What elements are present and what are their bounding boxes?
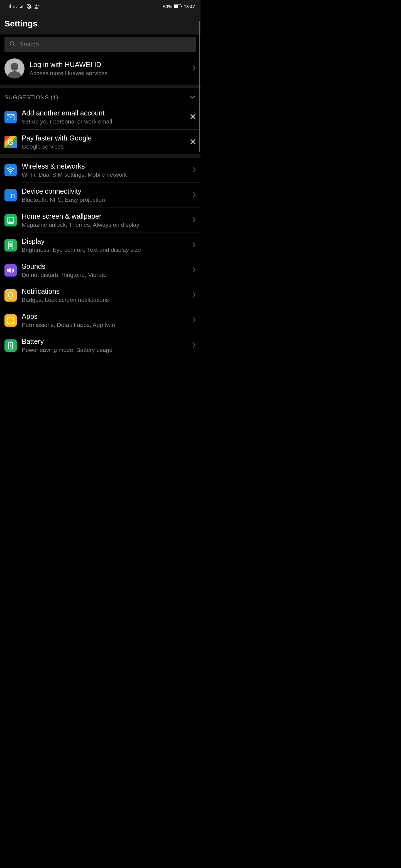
setting-sub: Wi-Fi, Dual SIM settings, Mobile network	[22, 172, 187, 178]
sound-icon	[4, 264, 17, 277]
setting-connectivity[interactable]: Device connectivity Bluetooth, NFC, Easy…	[0, 183, 200, 208]
svg-rect-2	[174, 5, 178, 8]
header: Settings	[0, 14, 200, 34]
wallpaper-icon	[4, 214, 17, 226]
setting-sub: Brightness, Eye comfort, Text and displa…	[22, 247, 187, 253]
chevron-right-icon	[192, 217, 196, 224]
suggestion-title: Pay faster with Google	[22, 134, 185, 142]
battery-percent: 59%	[163, 4, 172, 9]
chevron-right-icon	[192, 292, 196, 299]
page-title: Settings	[4, 19, 196, 28]
setting-sub: Do not disturb, Ringtone, Vibrate	[22, 272, 187, 278]
svg-rect-16	[7, 321, 10, 323]
svg-point-0	[35, 4, 37, 6]
setting-battery[interactable]: Battery Power saving mode, Battery usage	[0, 333, 200, 358]
svg-point-7	[10, 173, 11, 174]
huawei-id-row[interactable]: Log in with HUAWEI ID Access more Huawei…	[0, 52, 200, 85]
search-input[interactable]	[20, 41, 191, 48]
svg-point-5	[10, 63, 18, 71]
setting-notifications[interactable]: Notifications Badges, Lock screen notifi…	[0, 283, 200, 308]
setting-sounds[interactable]: Sounds Do not disturb, Ringtone, Vibrate	[0, 258, 200, 283]
setting-wireless[interactable]: Wireless & networks Wi-Fi, Dual SIM sett…	[0, 158, 200, 183]
setting-title: Apps	[22, 312, 187, 320]
suggestions-header[interactable]: SUGGESTIONS (1)	[0, 88, 200, 104]
suggestion-sub: Set up your personal or work email	[22, 118, 185, 125]
setting-sub: Badges, Lock screen notifications	[22, 297, 187, 303]
suggestion-google[interactable]: G Pay faster with Google Google services	[0, 130, 200, 154]
network-4g-icon: 4G	[13, 5, 17, 9]
setting-title: Battery	[22, 338, 187, 345]
svg-rect-14	[7, 317, 10, 320]
scroll-indicator	[199, 21, 200, 152]
chevron-right-icon	[192, 267, 196, 274]
chevron-right-icon	[192, 242, 196, 249]
dismiss-suggestion-button[interactable]	[190, 138, 196, 146]
huawei-id-title: Log in with HUAWEI ID	[30, 61, 187, 69]
status-bar: 4G 59% 13:47	[0, 0, 200, 14]
chevron-right-icon	[192, 317, 196, 324]
setting-title: Sounds	[22, 262, 187, 271]
svg-point-4	[10, 42, 14, 45]
search-icon	[9, 41, 16, 48]
chevron-right-icon	[192, 192, 196, 199]
apps-icon	[4, 314, 17, 327]
google-icon: G	[4, 136, 17, 148]
huawei-id-sub: Access more Huawei services	[30, 70, 187, 76]
chevron-right-icon	[192, 65, 196, 72]
avatar-icon	[4, 58, 25, 79]
setting-title: Device connectivity	[22, 187, 187, 195]
bell-icon	[4, 289, 17, 302]
svg-rect-17	[11, 321, 13, 323]
wifi-icon	[4, 164, 17, 176]
add-person-icon	[34, 4, 40, 10]
setting-sub: Bluetooth, NFC, Easy projection	[22, 196, 187, 203]
search-box[interactable]	[4, 37, 196, 52]
setting-title: Notifications	[22, 287, 187, 296]
svg-rect-15	[11, 317, 13, 320]
display-icon	[4, 239, 17, 251]
chevron-right-icon	[192, 167, 196, 174]
setting-sub: Power saving mode, Battery usage	[22, 347, 187, 353]
suggestion-email[interactable]: Add another email account Set up your pe…	[0, 104, 200, 129]
signal-icon-2	[19, 4, 24, 9]
setting-apps[interactable]: Apps Permissions, Default apps, App twin	[0, 308, 200, 333]
dismiss-suggestion-button[interactable]	[190, 114, 196, 121]
svg-rect-3	[181, 6, 182, 7]
setting-title: Home screen & wallpaper	[22, 212, 187, 220]
suggestion-title: Add another email account	[22, 109, 185, 117]
chevron-down-icon	[189, 95, 196, 100]
devices-icon	[4, 189, 17, 202]
clock-text: 13:47	[184, 4, 195, 9]
setting-homescreen[interactable]: Home screen & wallpaper Magazine unlock,…	[0, 208, 200, 232]
suggestion-sub: Google services	[22, 143, 185, 150]
chevron-right-icon	[192, 342, 196, 349]
svg-rect-13	[9, 243, 12, 247]
svg-point-11	[9, 219, 10, 220]
battery-icon	[4, 339, 17, 352]
suggestions-label: SUGGESTIONS (1)	[4, 94, 58, 101]
signal-icon	[6, 4, 10, 9]
svg-rect-19	[10, 342, 11, 342]
setting-sub: Permissions, Default apps, App twin	[22, 321, 187, 328]
setting-display[interactable]: Display Brightness, Eye comfort, Text an…	[0, 233, 200, 258]
svg-rect-6	[7, 114, 14, 120]
dnd-icon	[26, 4, 32, 10]
setting-title: Display	[22, 237, 187, 245]
svg-rect-9	[11, 194, 14, 198]
setting-title: Wireless & networks	[22, 162, 187, 170]
setting-sub: Magazine unlock, Themes, Always on displ…	[22, 221, 187, 228]
battery-icon	[174, 4, 182, 9]
mail-icon	[4, 111, 17, 123]
